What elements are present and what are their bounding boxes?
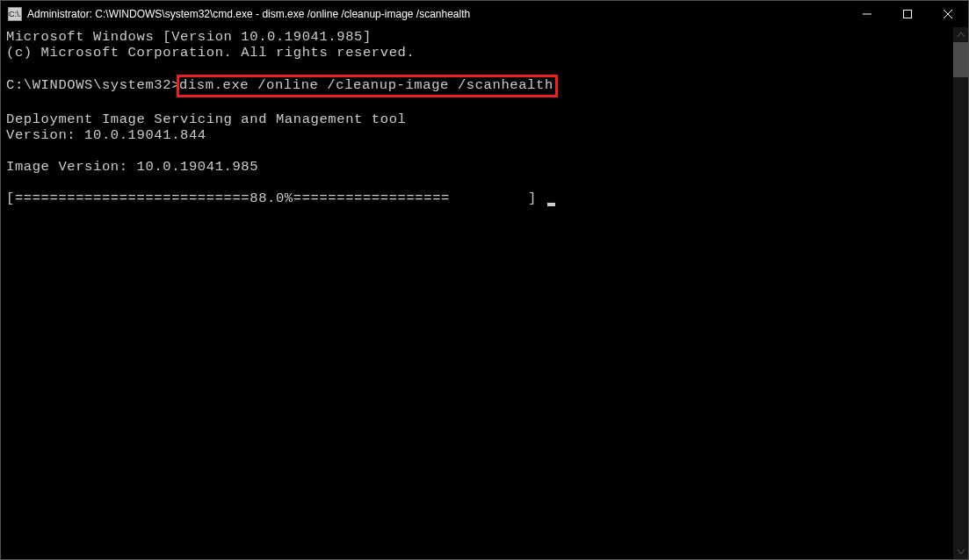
- close-button[interactable]: [928, 1, 968, 27]
- terminal-area: Microsoft Windows [Version 10.0.19041.98…: [1, 27, 968, 559]
- output-line: Image Version: 10.0.19041.985: [6, 159, 258, 175]
- window-title: Administrator: C:\WINDOWS\system32\cmd.e…: [27, 8, 847, 20]
- terminal-output[interactable]: Microsoft Windows [Version 10.0.19041.98…: [1, 27, 953, 559]
- minimize-button[interactable]: [847, 1, 887, 27]
- maximize-icon: [903, 10, 912, 18]
- output-line: Microsoft Windows [Version 10.0.19041.98…: [6, 29, 372, 45]
- cursor: [547, 203, 555, 206]
- scrollbar[interactable]: [953, 27, 968, 559]
- close-icon: [944, 10, 952, 18]
- maximize-button[interactable]: [887, 1, 928, 27]
- output-line: Deployment Image Servicing and Managemen…: [6, 111, 406, 127]
- cmd-window: C:\. Administrator: C:\WINDOWS\system32\…: [0, 0, 969, 560]
- minimize-icon: [863, 10, 871, 18]
- prompt-prefix: C:\WINDOWS\system32>: [6, 77, 180, 93]
- chevron-up-icon: [958, 32, 965, 37]
- output-line: (c) Microsoft Corporation. All rights re…: [6, 45, 415, 61]
- svg-rect-1: [904, 11, 912, 18]
- scroll-up-arrow-icon[interactable]: [953, 27, 968, 42]
- output-line: Version: 10.0.19041.844: [6, 127, 206, 143]
- titlebar[interactable]: C:\. Administrator: C:\WINDOWS\system32\…: [1, 1, 968, 27]
- progress-bar: [===========================88.0%=======…: [6, 190, 546, 206]
- scroll-down-arrow-icon[interactable]: [953, 544, 968, 559]
- scroll-thumb[interactable]: [953, 42, 968, 77]
- entered-command: dism.exe /online /cleanup-image /scanhea…: [179, 77, 553, 93]
- chevron-down-icon: [958, 549, 965, 554]
- cmd-icon: C:\.: [8, 7, 22, 21]
- window-controls: [847, 1, 968, 27]
- command-highlight: dism.exe /online /cleanup-image /scanhea…: [177, 75, 558, 97]
